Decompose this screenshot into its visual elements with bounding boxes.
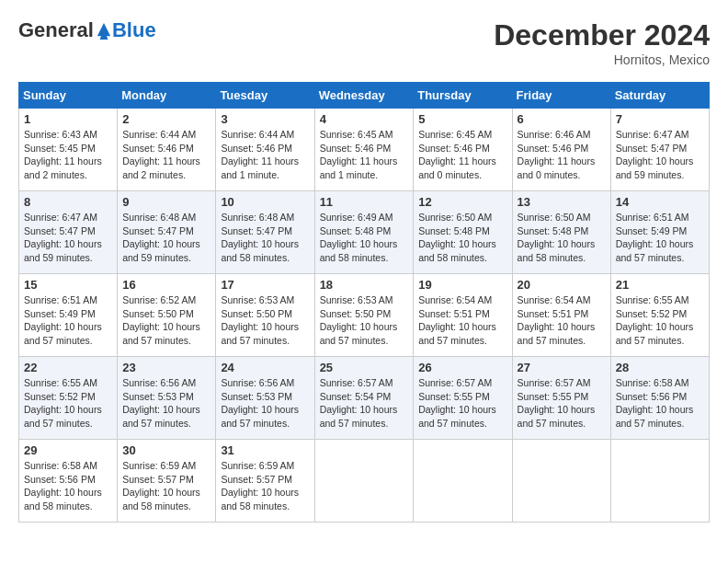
day-info: Sunrise: 6:54 AMSunset: 5:51 PMDaylight:… (418, 293, 506, 348)
calendar-cell: 1Sunrise: 6:43 AMSunset: 5:45 PMDaylight… (19, 109, 118, 191)
day-info: Sunrise: 6:50 AMSunset: 5:48 PMDaylight:… (418, 211, 506, 265)
day-info: Sunrise: 6:46 AMSunset: 5:46 PMDaylight:… (518, 128, 606, 182)
calendar-cell: 13Sunrise: 6:50 AMSunset: 5:48 PMDayligh… (512, 191, 610, 274)
day-info: Sunrise: 6:49 AMSunset: 5:48 PMDaylight:… (320, 211, 409, 265)
day-number: 4 (320, 112, 409, 126)
day-info: Sunrise: 6:57 AMSunset: 5:54 PMDaylight:… (320, 376, 409, 431)
weekday-header-thursday: Thursday (414, 83, 512, 109)
day-number: 7 (616, 112, 704, 126)
weekday-header-tuesday: Tuesday (216, 83, 314, 109)
day-info: Sunrise: 6:53 AMSunset: 5:50 PMDaylight:… (221, 293, 309, 348)
day-number: 9 (122, 195, 210, 209)
day-number: 25 (320, 361, 409, 374)
day-number: 31 (221, 443, 309, 457)
day-info: Sunrise: 6:56 AMSunset: 5:53 PMDaylight:… (221, 376, 309, 431)
day-info: Sunrise: 6:43 AMSunset: 5:45 PMDaylight:… (24, 128, 112, 182)
day-info: Sunrise: 6:52 AMSunset: 5:50 PMDaylight:… (122, 293, 210, 348)
day-number: 20 (518, 278, 606, 292)
calendar-cell: 28Sunrise: 6:58 AMSunset: 5:56 PMDayligh… (610, 357, 709, 440)
day-number: 27 (518, 361, 606, 374)
calendar-cell (314, 440, 414, 523)
calendar-cell: 14Sunrise: 6:51 AMSunset: 5:49 PMDayligh… (610, 191, 709, 274)
day-number: 3 (221, 112, 309, 126)
calendar-cell: 31Sunrise: 6:59 AMSunset: 5:57 PMDayligh… (216, 440, 314, 523)
calendar-table: SundayMondayTuesdayWednesdayThursdayFrid… (18, 82, 710, 523)
weekday-header-row: SundayMondayTuesdayWednesdayThursdayFrid… (19, 83, 710, 109)
day-number: 23 (122, 361, 210, 374)
day-info: Sunrise: 6:59 AMSunset: 5:57 PMDaylight:… (122, 459, 210, 513)
page-header: General Blue December 2024 Hornitos, Mex… (18, 18, 710, 67)
calendar-cell: 10Sunrise: 6:48 AMSunset: 5:47 PMDayligh… (216, 191, 314, 274)
day-info: Sunrise: 6:44 AMSunset: 5:46 PMDaylight:… (122, 128, 210, 182)
weekday-header-monday: Monday (118, 83, 216, 109)
calendar-cell: 8Sunrise: 6:47 AMSunset: 5:47 PMDaylight… (19, 191, 118, 274)
calendar-cell: 26Sunrise: 6:57 AMSunset: 5:55 PMDayligh… (414, 357, 512, 440)
day-info: Sunrise: 6:44 AMSunset: 5:46 PMDaylight:… (221, 128, 309, 182)
week-row-3: 15Sunrise: 6:51 AMSunset: 5:49 PMDayligh… (19, 274, 710, 357)
calendar-cell: 20Sunrise: 6:54 AMSunset: 5:51 PMDayligh… (512, 274, 610, 357)
day-number: 2 (122, 112, 210, 126)
day-number: 29 (24, 443, 112, 457)
day-number: 30 (122, 443, 210, 457)
calendar-cell: 11Sunrise: 6:49 AMSunset: 5:48 PMDayligh… (314, 191, 414, 274)
calendar-cell: 22Sunrise: 6:55 AMSunset: 5:52 PMDayligh… (19, 357, 118, 440)
day-number: 5 (418, 112, 506, 126)
calendar-cell: 16Sunrise: 6:52 AMSunset: 5:50 PMDayligh… (118, 274, 216, 357)
day-info: Sunrise: 6:57 AMSunset: 5:55 PMDaylight:… (518, 376, 606, 431)
calendar-cell: 15Sunrise: 6:51 AMSunset: 5:49 PMDayligh… (19, 274, 118, 357)
calendar-cell: 30Sunrise: 6:59 AMSunset: 5:57 PMDayligh… (118, 440, 216, 523)
weekday-header-friday: Friday (512, 83, 610, 109)
calendar-cell (512, 440, 610, 523)
day-info: Sunrise: 6:56 AMSunset: 5:53 PMDaylight:… (122, 376, 210, 431)
day-info: Sunrise: 6:53 AMSunset: 5:50 PMDaylight:… (320, 293, 409, 348)
calendar-cell: 3Sunrise: 6:44 AMSunset: 5:46 PMDaylight… (216, 109, 314, 191)
day-info: Sunrise: 6:58 AMSunset: 5:56 PMDaylight:… (24, 459, 112, 513)
day-info: Sunrise: 6:51 AMSunset: 5:49 PMDaylight:… (616, 211, 704, 265)
day-info: Sunrise: 6:48 AMSunset: 5:47 PMDaylight:… (221, 211, 309, 265)
day-number: 18 (320, 278, 409, 292)
week-row-2: 8Sunrise: 6:47 AMSunset: 5:47 PMDaylight… (19, 191, 710, 274)
calendar-cell: 25Sunrise: 6:57 AMSunset: 5:54 PMDayligh… (314, 357, 414, 440)
calendar-cell: 2Sunrise: 6:44 AMSunset: 5:46 PMDaylight… (118, 109, 216, 191)
title-block: December 2024 Hornitos, Mexico (494, 18, 710, 67)
day-number: 6 (518, 112, 606, 126)
day-info: Sunrise: 6:50 AMSunset: 5:48 PMDaylight:… (518, 211, 606, 265)
weekday-header-wednesday: Wednesday (314, 83, 414, 109)
calendar-cell: 7Sunrise: 6:47 AMSunset: 5:47 PMDaylight… (610, 109, 709, 191)
day-info: Sunrise: 6:45 AMSunset: 5:46 PMDaylight:… (320, 128, 409, 182)
day-number: 26 (418, 361, 506, 374)
day-number: 14 (616, 195, 704, 209)
logo-icon (96, 21, 112, 40)
calendar-cell: 4Sunrise: 6:45 AMSunset: 5:46 PMDaylight… (314, 109, 414, 191)
calendar-cell: 12Sunrise: 6:50 AMSunset: 5:48 PMDayligh… (414, 191, 512, 274)
day-info: Sunrise: 6:55 AMSunset: 5:52 PMDaylight:… (616, 293, 704, 348)
day-info: Sunrise: 6:57 AMSunset: 5:55 PMDaylight:… (418, 376, 506, 431)
day-info: Sunrise: 6:59 AMSunset: 5:57 PMDaylight:… (221, 459, 309, 513)
day-info: Sunrise: 6:54 AMSunset: 5:51 PMDaylight:… (518, 293, 606, 348)
calendar-cell (414, 440, 512, 523)
calendar-cell: 24Sunrise: 6:56 AMSunset: 5:53 PMDayligh… (216, 357, 314, 440)
day-info: Sunrise: 6:48 AMSunset: 5:47 PMDaylight:… (122, 211, 210, 265)
calendar-cell: 9Sunrise: 6:48 AMSunset: 5:47 PMDaylight… (118, 191, 216, 274)
day-info: Sunrise: 6:55 AMSunset: 5:52 PMDaylight:… (24, 376, 112, 431)
logo-general-text: General (18, 18, 94, 42)
day-number: 13 (518, 195, 606, 209)
calendar-cell (610, 440, 709, 523)
week-row-5: 29Sunrise: 6:58 AMSunset: 5:56 PMDayligh… (19, 440, 710, 523)
calendar-cell: 6Sunrise: 6:46 AMSunset: 5:46 PMDaylight… (512, 109, 610, 191)
day-number: 11 (320, 195, 409, 209)
day-number: 1 (24, 112, 112, 126)
calendar-cell: 21Sunrise: 6:55 AMSunset: 5:52 PMDayligh… (610, 274, 709, 357)
calendar-cell: 23Sunrise: 6:56 AMSunset: 5:53 PMDayligh… (118, 357, 216, 440)
day-number: 17 (221, 278, 309, 292)
calendar-cell: 18Sunrise: 6:53 AMSunset: 5:50 PMDayligh… (314, 274, 414, 357)
day-info: Sunrise: 6:47 AMSunset: 5:47 PMDaylight:… (616, 128, 704, 182)
day-number: 28 (616, 361, 704, 374)
day-info: Sunrise: 6:58 AMSunset: 5:56 PMDaylight:… (616, 376, 704, 431)
month-title: December 2024 (494, 18, 710, 52)
weekday-header-sunday: Sunday (19, 83, 118, 109)
calendar-cell: 27Sunrise: 6:57 AMSunset: 5:55 PMDayligh… (512, 357, 610, 440)
day-info: Sunrise: 6:47 AMSunset: 5:47 PMDaylight:… (24, 211, 112, 265)
weekday-header-saturday: Saturday (610, 83, 709, 109)
calendar-cell: 17Sunrise: 6:53 AMSunset: 5:50 PMDayligh… (216, 274, 314, 357)
